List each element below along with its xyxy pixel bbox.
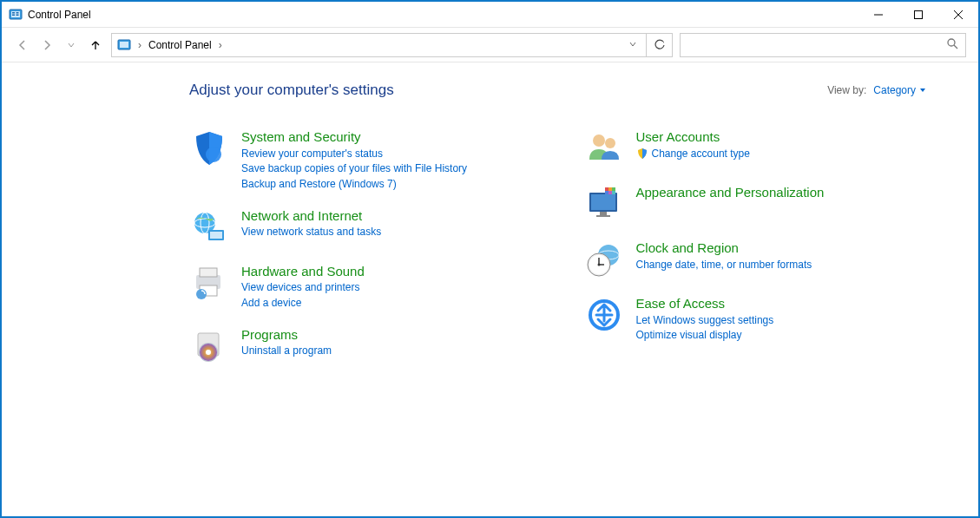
search-input[interactable] xyxy=(687,39,946,51)
refresh-button[interactable] xyxy=(647,33,673,57)
task-link[interactable]: Backup and Restore (Windows 7) xyxy=(241,177,467,192)
users-icon xyxy=(584,128,624,168)
maximize-button[interactable] xyxy=(898,2,938,28)
minimize-button[interactable] xyxy=(858,2,898,28)
category-link[interactable]: Appearance and Personalization xyxy=(636,184,825,201)
task-link[interactable]: Add a device xyxy=(241,296,365,311)
category-link[interactable]: Hardware and Sound xyxy=(241,263,365,280)
category-link[interactable]: Clock and Region xyxy=(636,239,812,257)
content-area: Adjust your computer's settings View by:… xyxy=(2,62,978,516)
category-grid: System and Security Review your computer… xyxy=(189,128,926,366)
category-user-accounts: User Accounts Change account type xyxy=(584,128,927,168)
svg-point-29 xyxy=(605,138,615,148)
titlebar: Control Panel xyxy=(2,2,978,28)
svg-rect-32 xyxy=(600,212,607,215)
svg-rect-34 xyxy=(605,187,608,191)
recent-dropdown[interactable] xyxy=(62,36,80,54)
svg-line-13 xyxy=(954,45,957,49)
task-link[interactable]: View network status and tasks xyxy=(241,225,381,239)
view-by-control: View by: Category xyxy=(827,84,926,96)
ease-access-icon xyxy=(584,295,624,335)
svg-rect-21 xyxy=(200,268,217,277)
address-icon xyxy=(117,38,131,52)
address-dropdown[interactable] xyxy=(625,39,641,51)
control-panel-icon xyxy=(9,8,23,22)
chevron-right-icon[interactable]: › xyxy=(136,39,143,51)
category-ease-access: Ease of Access Let Windows suggest setti… xyxy=(584,295,927,343)
svg-rect-38 xyxy=(608,191,612,194)
uac-shield-icon xyxy=(636,148,648,160)
clock-globe-icon xyxy=(584,239,624,279)
category-column-left: System and Security Review your computer… xyxy=(189,128,532,366)
up-button[interactable] xyxy=(87,36,104,54)
category-link[interactable]: System and Security xyxy=(241,128,467,146)
svg-rect-4 xyxy=(16,12,19,14)
svg-rect-37 xyxy=(605,191,608,194)
close-button[interactable] xyxy=(938,2,978,28)
content-header: Adjust your computer's settings View by:… xyxy=(189,82,926,99)
svg-point-27 xyxy=(206,350,211,355)
task-link[interactable]: Change date, time, or number formats xyxy=(636,258,812,272)
task-link[interactable]: Review your computer's status xyxy=(241,147,467,161)
search-icon[interactable] xyxy=(946,37,958,52)
svg-rect-33 xyxy=(596,215,610,217)
svg-point-14 xyxy=(206,147,221,162)
category-link[interactable]: Programs xyxy=(241,326,332,344)
view-by-value: Category xyxy=(873,84,916,96)
window-controls xyxy=(858,2,978,28)
category-appearance: Appearance and Personalization xyxy=(584,184,927,224)
svg-rect-39 xyxy=(612,191,615,194)
svg-rect-19 xyxy=(210,232,222,239)
chevron-right-icon[interactable]: › xyxy=(217,39,224,51)
svg-rect-11 xyxy=(120,42,128,48)
category-clock-region: Clock and Region Change date, time, or n… xyxy=(584,239,927,279)
view-by-dropdown[interactable]: Category xyxy=(873,84,926,96)
window-title: Control Panel xyxy=(28,9,91,21)
breadcrumb-item[interactable]: Control Panel xyxy=(148,39,212,51)
category-network-internet: Network and Internet View network status… xyxy=(189,207,532,247)
svg-rect-35 xyxy=(608,187,612,191)
shield-icon xyxy=(189,128,229,168)
category-link[interactable]: User Accounts xyxy=(636,128,750,146)
programs-icon xyxy=(189,326,229,366)
svg-rect-36 xyxy=(612,187,615,191)
search-box[interactable] xyxy=(680,33,966,57)
address-bar[interactable]: › Control Panel › xyxy=(111,33,647,57)
forward-button[interactable] xyxy=(38,36,56,54)
task-link[interactable]: View devices and printers xyxy=(241,280,365,295)
category-link[interactable]: Network and Internet xyxy=(241,207,381,225)
svg-rect-5 xyxy=(16,14,19,16)
view-by-label: View by: xyxy=(827,84,866,96)
category-system-security: System and Security Review your computer… xyxy=(189,128,532,192)
svg-point-28 xyxy=(593,134,605,147)
printer-icon xyxy=(189,263,229,303)
category-column-right: User Accounts Change account type Appear… xyxy=(584,128,927,366)
svg-rect-2 xyxy=(12,12,15,14)
task-link[interactable]: Uninstall a program xyxy=(241,344,332,358)
svg-point-12 xyxy=(948,39,955,46)
task-link[interactable]: Let Windows suggest settings xyxy=(636,313,774,328)
task-link[interactable]: Save backup copies of your files with Fi… xyxy=(241,161,467,176)
task-link[interactable]: Optimize visual display xyxy=(636,328,774,343)
task-link-label: Change account type xyxy=(652,147,750,161)
globe-network-icon xyxy=(189,207,229,247)
navigation-bar: › Control Panel › xyxy=(2,28,978,62)
category-link[interactable]: Ease of Access xyxy=(636,295,774,312)
category-hardware-sound: Hardware and Sound View devices and prin… xyxy=(189,263,532,311)
svg-rect-31 xyxy=(591,194,615,210)
svg-rect-3 xyxy=(12,14,15,16)
monitor-colors-icon xyxy=(584,184,624,224)
svg-rect-7 xyxy=(915,10,923,18)
page-title: Adjust your computer's settings xyxy=(189,82,394,99)
task-link[interactable]: Change account type xyxy=(636,147,750,161)
category-programs: Programs Uninstall a program xyxy=(189,326,532,366)
back-button[interactable] xyxy=(14,36,31,54)
svg-point-46 xyxy=(597,264,600,266)
